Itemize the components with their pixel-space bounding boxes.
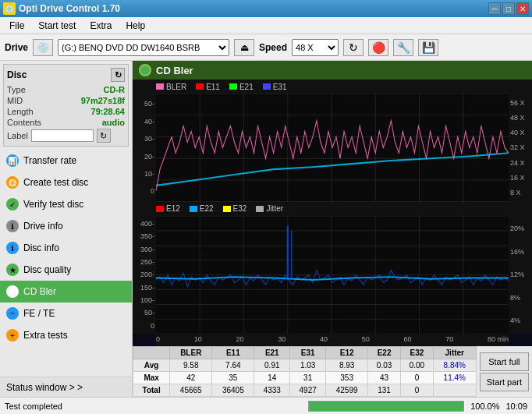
jitter-color (256, 206, 264, 212)
e32-color (223, 206, 231, 212)
menu-file[interactable]: File (3, 19, 30, 33)
col-jitter: Jitter (433, 347, 476, 359)
close-button[interactable]: ✕ (516, 2, 529, 15)
start-part-button[interactable]: Start part (480, 373, 529, 391)
legend-e11: E11 (196, 83, 220, 91)
jitter-label: Jitter (266, 204, 283, 213)
col-e21: E21 (254, 347, 290, 359)
app-icon: 💿 (3, 2, 16, 15)
e12-label: E12 (166, 204, 180, 213)
disc-title: Disc (7, 69, 27, 80)
chart-icon (139, 64, 151, 76)
drive-icon: 💿 (33, 39, 53, 56)
drive-select[interactable]: (G:) BENQ DVD DD DW1640 BSRB (58, 39, 229, 56)
nav-cd-bler[interactable]: ● CD Bler (0, 281, 132, 303)
status-window-label: Status window > > (6, 382, 83, 393)
disc-refresh-button[interactable]: ↻ (111, 68, 125, 82)
nav-create-test-disc[interactable]: 📀 Create test disc (0, 172, 132, 193)
charts-container: BLER E11 E21 E31 50- 40 (133, 80, 532, 346)
nav-disc-quality-label: Disc quality (23, 264, 71, 275)
disc-mid-row: MID 97m27s18f (7, 96, 125, 105)
disc-contents-row: Contents audio (7, 118, 125, 127)
nav-transfer-rate[interactable]: 📊 Transfer rate (0, 150, 132, 172)
nav-disc-quality[interactable]: ★ Disc quality (0, 259, 132, 281)
verify-test-disc-icon: ✓ (6, 198, 19, 211)
stats-max-row: Max 42 35 14 31 353 43 0 11.4% (133, 372, 477, 384)
bler-color (156, 83, 164, 90)
start-full-button[interactable]: Start full (480, 352, 529, 371)
menu-extra[interactable]: Extra (83, 19, 118, 33)
legend-e32: E32 (223, 204, 247, 213)
legend-e31: E31 (263, 83, 287, 91)
nav-cd-bler-label: CD Bler (23, 286, 56, 297)
time-display: 10:09 (505, 402, 527, 411)
e31-color (263, 83, 271, 90)
menu-help[interactable]: Help (119, 19, 151, 33)
disc-label-input[interactable] (31, 129, 94, 142)
disc-quality-icon: ★ (6, 264, 19, 276)
settings-button[interactable]: 🔴 (368, 39, 388, 56)
e22-color (190, 206, 197, 212)
col-e32: E32 (401, 347, 434, 359)
nav-verify-test-disc[interactable]: ✓ Verify test disc (0, 193, 132, 215)
disc-length-value: 79:28.64 (91, 107, 125, 116)
nav-extra-tests-label: Extra tests (23, 330, 68, 341)
bottom-chart-svg (156, 216, 509, 334)
disc-mid-value: 97m27s18f (81, 96, 125, 105)
drive-label: Drive (5, 42, 28, 53)
col-label (133, 347, 170, 359)
disc-length-label: Length (7, 107, 34, 116)
eject-button[interactable]: ⏏ (234, 39, 254, 56)
title-bar-left: 💿 Opti Drive Control 1.70 (3, 2, 120, 15)
chart-header: CD Bler (133, 61, 532, 80)
bottom-chart-canvas (156, 216, 509, 334)
save-button[interactable]: 💾 (418, 39, 438, 56)
disc-info-icon: ℹ (6, 242, 19, 254)
disc-contents-label: Contents (7, 118, 41, 127)
disc-header: Disc ↻ (7, 68, 125, 82)
top-chart-svg (156, 94, 509, 202)
fe-te-icon: ~ (6, 307, 19, 320)
top-chart-canvas (156, 94, 509, 202)
nav-fe-te[interactable]: ~ FE / TE (0, 303, 132, 324)
disc-label-label: Label (7, 131, 28, 140)
top-chart-legend: BLER E11 E21 E31 (133, 80, 532, 94)
legend-bler: BLER (156, 83, 186, 91)
speed-select[interactable]: 48 X (292, 39, 339, 56)
nav-disc-info[interactable]: ℹ Disc info (0, 237, 132, 259)
disc-length-row: Length 79:28.64 (7, 107, 125, 116)
top-chart-area: 50- 40- 30- 20- 10- 0 (133, 94, 532, 202)
legend-e22: E22 (190, 204, 214, 213)
col-e22: E22 (368, 347, 401, 359)
menu-start-test[interactable]: Start test (32, 19, 82, 33)
nav-extra-tests[interactable]: + Extra tests (0, 324, 132, 346)
nav-drive-info[interactable]: ℹ Drive info (0, 215, 132, 237)
e11-label: E11 (206, 83, 220, 91)
disc-type-value: CD-R (104, 85, 126, 94)
status-window-button[interactable]: Status window > > (0, 377, 132, 397)
e12-color (156, 206, 164, 212)
stats-table: BLER E11 E21 E31 E12 E22 E32 Jitter Avg (133, 346, 477, 397)
content-area: CD Bler BLER E11 E21 E31 (133, 61, 532, 397)
chart-title: CD Bler (156, 65, 193, 76)
refresh-button[interactable]: ↻ (343, 39, 364, 56)
maximize-button[interactable]: □ (502, 2, 515, 15)
bottom-y-axis: 400- 350- 300- 250- 200- 150- 100- 50- 0 (133, 216, 156, 334)
sidebar-nav: 📊 Transfer rate 📀 Create test disc ✓ Ver… (0, 150, 132, 377)
stats-area: BLER E11 E21 E31 E12 E22 E32 Jitter Avg (133, 346, 532, 397)
top-y-axis: 50- 40- 30- 20- 10- 0 (133, 94, 156, 202)
title-bar: 💿 Opti Drive Control 1.70 ─ □ ✕ (0, 0, 532, 17)
cd-bler-icon: ● (6, 285, 19, 298)
tools-button[interactable]: 🔧 (393, 39, 413, 56)
legend-e21: E21 (229, 83, 254, 91)
nav-transfer-rate-label: Transfer rate (23, 155, 76, 166)
disc-label-refresh[interactable]: ↻ (97, 129, 111, 143)
disc-type-label: Type (7, 85, 26, 94)
legend-e12: E12 (156, 204, 180, 213)
disc-panel: Disc ↻ Type CD-R MID 97m27s18f Length 79… (3, 64, 129, 147)
col-e11: E11 (212, 347, 254, 359)
minimize-button[interactable]: ─ (488, 2, 501, 15)
drive-bar: Drive 💿 (G:) BENQ DVD DD DW1640 BSRB ⏏ S… (0, 34, 532, 61)
nav-create-test-disc-label: Create test disc (23, 177, 88, 188)
status-bar: Test completed 100.0% 10:09 (0, 397, 532, 414)
